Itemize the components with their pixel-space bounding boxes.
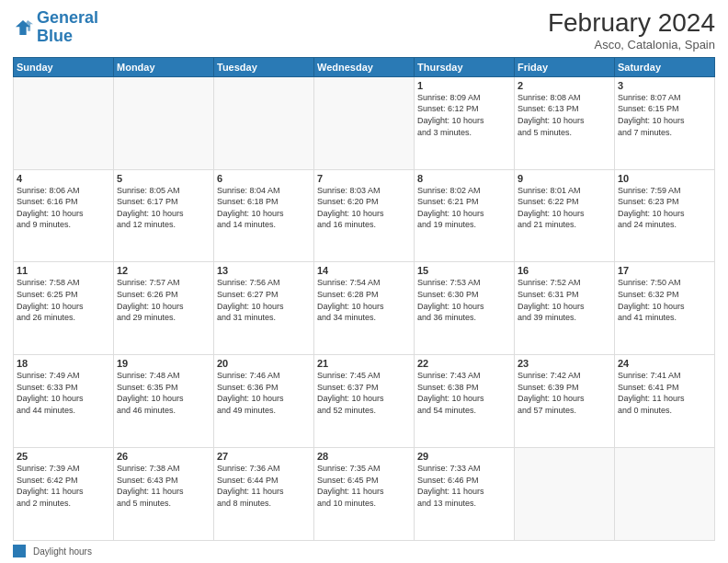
day-number: 28: [317, 451, 411, 462]
header: General Blue February 2024 Asco, Catalon…: [13, 9, 715, 52]
day-info: Sunrise: 8:01 AM Sunset: 6:22 PM Dayligh…: [518, 185, 611, 231]
day-number: 21: [317, 358, 411, 369]
day-number: 11: [17, 265, 110, 276]
day-info: Sunrise: 7:36 AM Sunset: 6:44 PM Dayligh…: [217, 463, 311, 509]
calendar-day-cell: 11Sunrise: 7:58 AM Sunset: 6:25 PM Dayli…: [14, 262, 114, 355]
month-year: February 2024: [548, 9, 715, 38]
day-info: Sunrise: 7:56 AM Sunset: 6:27 PM Dayligh…: [217, 277, 311, 323]
day-info: Sunrise: 7:43 AM Sunset: 6:38 PM Dayligh…: [417, 370, 511, 416]
logo: General Blue: [13, 9, 98, 46]
calendar-day-cell: 3Sunrise: 8:07 AM Sunset: 6:15 PM Daylig…: [615, 76, 715, 169]
day-info: Sunrise: 7:54 AM Sunset: 6:28 PM Dayligh…: [317, 277, 411, 323]
day-number: 5: [117, 173, 210, 184]
calendar-day-cell: 23Sunrise: 7:42 AM Sunset: 6:39 PM Dayli…: [515, 355, 615, 448]
day-info: Sunrise: 7:41 AM Sunset: 6:41 PM Dayligh…: [618, 370, 711, 416]
calendar-day-cell: 1Sunrise: 8:09 AM Sunset: 6:12 PM Daylig…: [415, 76, 515, 169]
calendar-day-cell: 16Sunrise: 7:52 AM Sunset: 6:31 PM Dayli…: [515, 262, 615, 355]
day-number: 12: [117, 265, 210, 276]
day-number: 22: [417, 358, 511, 369]
logo-icon: [13, 17, 33, 38]
day-info: Sunrise: 7:39 AM Sunset: 6:42 PM Dayligh…: [17, 463, 110, 509]
calendar-day-cell: 6Sunrise: 8:04 AM Sunset: 6:18 PM Daylig…: [214, 169, 314, 262]
day-info: Sunrise: 8:07 AM Sunset: 6:15 PM Dayligh…: [618, 92, 711, 138]
day-info: Sunrise: 8:08 AM Sunset: 6:13 PM Dayligh…: [518, 92, 611, 138]
day-number: 13: [217, 265, 311, 276]
day-number: 24: [618, 358, 711, 369]
calendar-day-cell: 20Sunrise: 7:46 AM Sunset: 6:36 PM Dayli…: [214, 355, 314, 448]
page-container: General Blue February 2024 Asco, Catalon…: [0, 0, 728, 563]
logo-line2: Blue: [37, 27, 73, 45]
calendar-day-cell: 9Sunrise: 8:01 AM Sunset: 6:22 PM Daylig…: [515, 169, 615, 262]
calendar-day-cell: 25Sunrise: 7:39 AM Sunset: 6:42 PM Dayli…: [14, 448, 114, 541]
day-number: 19: [117, 358, 210, 369]
day-number: 15: [417, 265, 511, 276]
day-info: Sunrise: 7:53 AM Sunset: 6:30 PM Dayligh…: [417, 277, 511, 323]
logo-text: General Blue: [37, 9, 98, 46]
day-number: 18: [17, 358, 110, 369]
calendar-table: SundayMondayTuesdayWednesdayThursdayFrid…: [13, 57, 715, 541]
day-info: Sunrise: 8:05 AM Sunset: 6:17 PM Dayligh…: [117, 185, 210, 231]
calendar-day-cell: [114, 76, 214, 169]
day-info: Sunrise: 8:03 AM Sunset: 6:20 PM Dayligh…: [317, 185, 411, 231]
day-number: 16: [518, 265, 611, 276]
day-of-week-header: Thursday: [415, 57, 515, 76]
day-number: 10: [618, 173, 711, 184]
calendar-day-cell: 27Sunrise: 7:36 AM Sunset: 6:44 PM Dayli…: [214, 448, 314, 541]
calendar-day-cell: [615, 448, 715, 541]
calendar-day-cell: 14Sunrise: 7:54 AM Sunset: 6:28 PM Dayli…: [314, 262, 415, 355]
calendar-day-cell: [314, 76, 415, 169]
calendar-day-cell: 19Sunrise: 7:48 AM Sunset: 6:35 PM Dayli…: [114, 355, 214, 448]
day-of-week-header: Monday: [114, 57, 214, 76]
day-number: 27: [217, 451, 311, 462]
calendar-day-cell: 13Sunrise: 7:56 AM Sunset: 6:27 PM Dayli…: [214, 262, 314, 355]
calendar-day-cell: 29Sunrise: 7:33 AM Sunset: 6:46 PM Dayli…: [415, 448, 515, 541]
day-of-week-header: Sunday: [14, 57, 114, 76]
day-of-week-header: Wednesday: [314, 57, 415, 76]
day-number: 20: [217, 358, 311, 369]
day-info: Sunrise: 7:42 AM Sunset: 6:39 PM Dayligh…: [518, 370, 611, 416]
calendar-day-cell: 4Sunrise: 8:06 AM Sunset: 6:16 PM Daylig…: [14, 169, 114, 262]
day-info: Sunrise: 7:46 AM Sunset: 6:36 PM Dayligh…: [217, 370, 311, 416]
calendar-day-cell: 15Sunrise: 7:53 AM Sunset: 6:30 PM Dayli…: [415, 262, 515, 355]
day-info: Sunrise: 7:48 AM Sunset: 6:35 PM Dayligh…: [117, 370, 210, 416]
day-info: Sunrise: 7:49 AM Sunset: 6:33 PM Dayligh…: [17, 370, 110, 416]
calendar-day-cell: [14, 76, 114, 169]
calendar-day-cell: 21Sunrise: 7:45 AM Sunset: 6:37 PM Dayli…: [314, 355, 415, 448]
legend-box: [13, 545, 26, 557]
day-of-week-header: Tuesday: [214, 57, 314, 76]
day-info: Sunrise: 7:57 AM Sunset: 6:26 PM Dayligh…: [117, 277, 210, 323]
day-number: 8: [417, 173, 511, 184]
legend-label: Daylight hours: [33, 546, 92, 557]
day-number: 7: [317, 173, 411, 184]
day-info: Sunrise: 7:50 AM Sunset: 6:32 PM Dayligh…: [618, 277, 711, 323]
calendar-day-cell: 10Sunrise: 7:59 AM Sunset: 6:23 PM Dayli…: [615, 169, 715, 262]
calendar-day-cell: [515, 448, 615, 541]
day-number: 2: [518, 80, 611, 91]
day-of-week-header: Friday: [515, 57, 615, 76]
day-info: Sunrise: 7:59 AM Sunset: 6:23 PM Dayligh…: [618, 185, 711, 231]
calendar-week-row: 25Sunrise: 7:39 AM Sunset: 6:42 PM Dayli…: [14, 448, 715, 541]
calendar-day-cell: 5Sunrise: 8:05 AM Sunset: 6:17 PM Daylig…: [114, 169, 214, 262]
calendar-week-row: 4Sunrise: 8:06 AM Sunset: 6:16 PM Daylig…: [14, 169, 715, 262]
location: Asco, Catalonia, Spain: [548, 38, 715, 52]
calendar-day-cell: 7Sunrise: 8:03 AM Sunset: 6:20 PM Daylig…: [314, 169, 415, 262]
day-of-week-header: Saturday: [615, 57, 715, 76]
day-number: 6: [217, 173, 311, 184]
day-info: Sunrise: 8:02 AM Sunset: 6:21 PM Dayligh…: [417, 185, 511, 231]
day-info: Sunrise: 7:38 AM Sunset: 6:43 PM Dayligh…: [117, 463, 210, 509]
calendar-week-row: 11Sunrise: 7:58 AM Sunset: 6:25 PM Dayli…: [14, 262, 715, 355]
calendar-day-cell: 18Sunrise: 7:49 AM Sunset: 6:33 PM Dayli…: [14, 355, 114, 448]
calendar-day-cell: 24Sunrise: 7:41 AM Sunset: 6:41 PM Dayli…: [615, 355, 715, 448]
footer: Daylight hours: [13, 545, 715, 557]
calendar-day-cell: 2Sunrise: 8:08 AM Sunset: 6:13 PM Daylig…: [515, 76, 615, 169]
day-number: 4: [17, 173, 110, 184]
calendar-day-cell: 28Sunrise: 7:35 AM Sunset: 6:45 PM Dayli…: [314, 448, 415, 541]
day-info: Sunrise: 7:45 AM Sunset: 6:37 PM Dayligh…: [317, 370, 411, 416]
day-info: Sunrise: 7:58 AM Sunset: 6:25 PM Dayligh…: [17, 277, 110, 323]
day-number: 23: [518, 358, 611, 369]
day-info: Sunrise: 7:52 AM Sunset: 6:31 PM Dayligh…: [518, 277, 611, 323]
day-info: Sunrise: 8:04 AM Sunset: 6:18 PM Dayligh…: [217, 185, 311, 231]
day-number: 14: [317, 265, 411, 276]
day-info: Sunrise: 8:09 AM Sunset: 6:12 PM Dayligh…: [417, 92, 511, 138]
calendar-week-row: 1Sunrise: 8:09 AM Sunset: 6:12 PM Daylig…: [14, 76, 715, 169]
